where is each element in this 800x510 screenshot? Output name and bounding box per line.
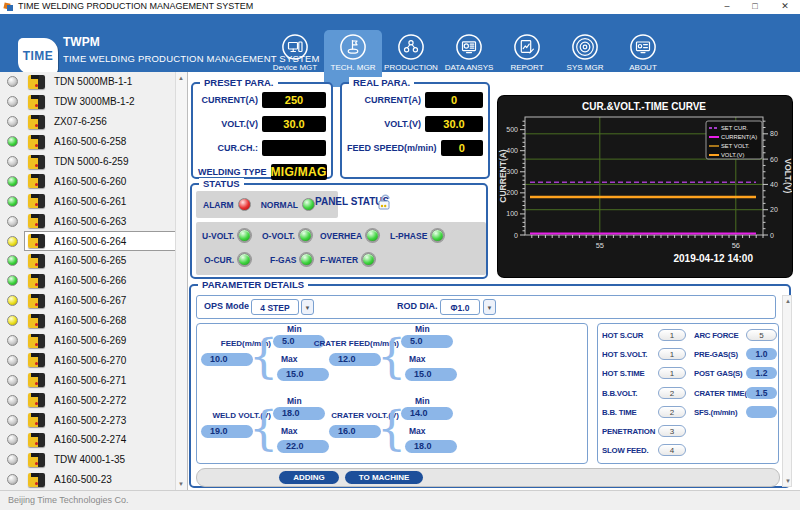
device-list-item[interactable]: A160-500-23 (0, 470, 176, 490)
param-field-post-gas-s[interactable]: 1.2 (746, 367, 777, 379)
device-list-item[interactable]: A160-500-6-266 (0, 271, 176, 291)
params-scrollbar[interactable]: ▲ ▼ (782, 295, 792, 487)
param-field-slow-feed[interactable]: 4 (658, 444, 686, 456)
minimize-button[interactable]: – (718, 0, 736, 13)
param-field-pre-gas-s[interactable]: 1.0 (746, 348, 777, 360)
fault-label: L-PHASE (390, 231, 427, 241)
welder-machine-icon (28, 373, 45, 387)
fault-indicator-l-phase: L-PHASE (390, 229, 444, 242)
to-machine-button[interactable]: TO MACHINE (345, 471, 423, 484)
welder-machine-icon (28, 135, 45, 149)
nav-item-report[interactable]: REPORT (498, 30, 556, 87)
param-label-hot-s-volt: HOT S.VOLT. (602, 350, 647, 359)
scroll-down-icon[interactable]: ▼ (176, 481, 186, 487)
device-status-led (7, 375, 18, 386)
svg-text:20: 20 (770, 206, 778, 213)
param-field-hot-s-time[interactable]: 1 (658, 367, 686, 379)
rod-dia-select[interactable]: Φ1.0 (440, 299, 480, 315)
min-value-field[interactable]: 14.0 (401, 407, 453, 420)
param-field-arc-force[interactable]: 5 (746, 329, 777, 341)
company-label: Beijing Time Technologies Co. (8, 495, 128, 505)
min-value-field[interactable]: 18.0 (273, 407, 325, 420)
device-status-led (7, 236, 18, 247)
device-list-item[interactable]: A160-500-6-267 (0, 291, 176, 311)
device-list-item[interactable]: A160-500-6-264 (0, 231, 176, 251)
sys-mgr-icon (571, 33, 599, 61)
set-value-field[interactable]: 16.0 (329, 425, 381, 438)
welder-machine-icon (28, 353, 45, 367)
welder-machine-icon (28, 334, 45, 348)
set-value-field[interactable]: 12.0 (329, 353, 381, 366)
sidebar-scrollbar[interactable]: ▲ ▼ (175, 72, 187, 490)
param-field-sfs-m-min[interactable] (746, 406, 777, 418)
device-label: A160-500-2-273 (54, 415, 126, 426)
param-field-penetration[interactable]: 3 (658, 425, 686, 437)
rod-dia-label: ROD DIA. (397, 301, 438, 311)
device-list-item[interactable]: A160-500-6-268 (0, 311, 176, 331)
device-list-item[interactable]: A160-500-6-270 (0, 350, 176, 370)
param-row-current-a: CURRENT(A)250 (198, 92, 326, 108)
param-field-crater-time-s[interactable]: 1.5 (746, 387, 777, 399)
nav-item-data-ansys[interactable]: DATA ANSYS (440, 30, 498, 87)
device-row-body: A160-500-6-268 (24, 311, 176, 331)
close-button[interactable]: ✕ (776, 0, 794, 13)
device-list-item[interactable]: TDN 5000-6-259 (0, 152, 176, 172)
tech-mgr-icon (339, 33, 367, 61)
device-label: A160-500-2-274 (54, 434, 126, 445)
device-list-item[interactable]: A160-500-6-263 (0, 211, 176, 231)
nav-item-about[interactable]: ABOUT (614, 30, 672, 87)
device-label: A160-500-2-272 (54, 395, 126, 406)
svg-text:55: 55 (596, 241, 604, 250)
device-row-body: A160-500-6-270 (24, 350, 176, 370)
device-list-item[interactable]: A160-500-2-273 (0, 410, 176, 430)
device-label: A160-500-6-268 (54, 315, 126, 326)
set-value-field[interactable]: 19.0 (201, 425, 253, 438)
maximize-button[interactable]: □ (746, 0, 764, 13)
max-value-field[interactable]: 18.0 (405, 440, 457, 453)
device-list-item[interactable]: TDW 4000-1-35 (0, 450, 176, 470)
device-list-item[interactable]: A160-500-6-258 (0, 132, 176, 152)
ops-mode-dropdown-icon[interactable]: ▼ (301, 299, 314, 315)
device-list-item[interactable]: ZX07-6-256 (0, 112, 176, 132)
device-list-item[interactable]: A160-500-2-274 (0, 430, 176, 450)
nav-label: ABOUT (629, 63, 657, 72)
device-list-item[interactable]: A160-500-2-272 (0, 390, 176, 410)
device-list-item[interactable]: A160-500-6-269 (0, 331, 176, 351)
max-value-field[interactable]: 15.0 (405, 368, 457, 381)
device-label: A160-500-6-264 (54, 236, 126, 247)
device-list-item[interactable]: A160-500-6-261 (0, 191, 176, 211)
device-list-item[interactable]: TDN 5000MB-1-1 (0, 72, 176, 92)
max-value-field[interactable]: 15.0 (277, 368, 329, 381)
fault-label: U-VOLT. (202, 231, 234, 241)
unlock-icon (377, 193, 393, 211)
max-value-field[interactable]: 22.0 (277, 440, 329, 453)
params-scroll-up-icon[interactable]: ▲ (783, 298, 793, 304)
adding-button[interactable]: ADDING (279, 471, 339, 484)
device-label: TDN 5000-6-259 (54, 156, 128, 167)
device-label: A160-500-6-271 (54, 375, 126, 386)
set-value-field[interactable]: 10.0 (201, 353, 253, 366)
device-list-item[interactable]: A160-500-6-260 (0, 171, 176, 191)
device-status-led (7, 275, 18, 286)
device-list-item[interactable]: TDW 3000MB-1-2 (0, 92, 176, 112)
welder-machine-icon (28, 194, 45, 208)
ops-mode-select[interactable]: 4 STEP (251, 299, 299, 315)
min-value-field[interactable]: 5.0 (401, 335, 453, 348)
status-panel: STATUS ALARMNORMAL PANEL STATUS U-VOLT.O… (190, 183, 488, 279)
device-list-item[interactable]: A160-500-6-271 (0, 370, 176, 390)
welder-machine-icon (28, 174, 45, 188)
svg-text:0: 0 (514, 232, 518, 239)
status-label-alarm: ALARM (203, 200, 234, 210)
device-status-led (7, 176, 18, 187)
param-field-hot-s-cur[interactable]: 1 (658, 329, 686, 341)
device-list-item[interactable]: A160-500-6-265 (0, 251, 176, 271)
param-field-hot-s-volt[interactable]: 1 (658, 348, 686, 360)
param-field-b-b-time[interactable]: 2 (658, 406, 686, 418)
o-volt-led (299, 229, 312, 242)
rod-dia-dropdown-icon[interactable]: ▼ (483, 299, 496, 315)
scroll-up-icon[interactable]: ▲ (176, 75, 186, 81)
params-scroll-down-icon[interactable]: ▼ (783, 478, 793, 484)
nav-label: PRODUCTION (384, 63, 438, 72)
nav-item-sys-mgr[interactable]: SYS MGR (556, 30, 614, 87)
param-field-b-b-volt[interactable]: 2 (658, 387, 686, 399)
